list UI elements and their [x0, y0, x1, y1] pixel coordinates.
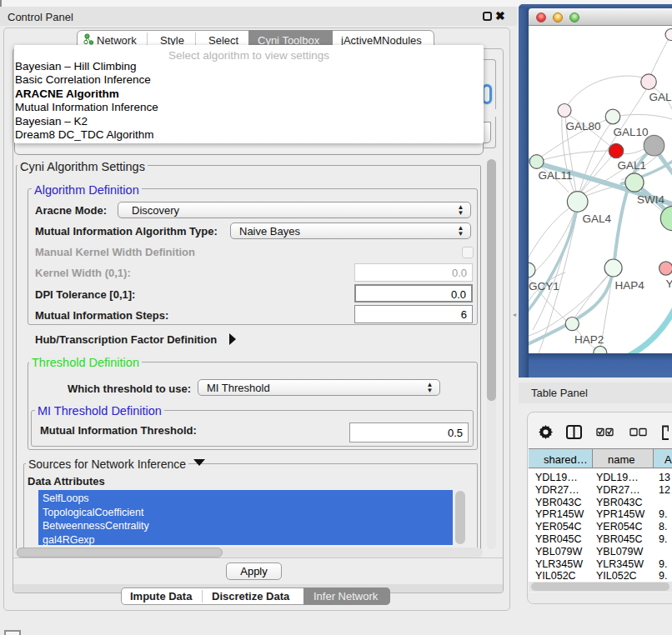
svg-text:YD: YD — [666, 278, 672, 290]
svg-text:HAP2: HAP2 — [574, 333, 604, 346]
svg-text:GCY1: GCY1 — [529, 280, 559, 292]
svg-text:GAL80: GAL80 — [566, 120, 601, 132]
svg-text:GAL1: GAL1 — [618, 159, 647, 172]
svg-text:GAL11: GAL11 — [539, 169, 573, 182]
svg-text:GAL7: GAL7 — [649, 91, 672, 103]
svg-text:SWI4: SWI4 — [637, 193, 664, 206]
svg-text:GAL10: GAL10 — [614, 126, 649, 138]
svg-text:GAL4: GAL4 — [583, 212, 612, 225]
svg-text:HAP4: HAP4 — [615, 279, 645, 292]
